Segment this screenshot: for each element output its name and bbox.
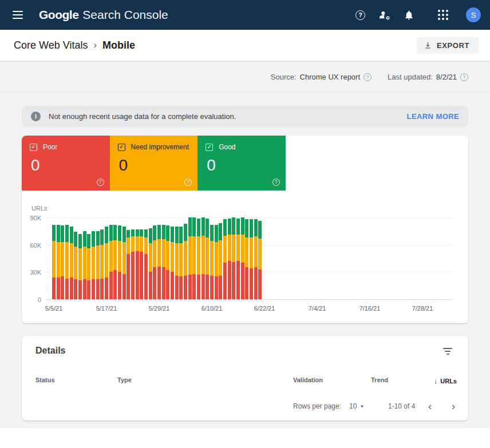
chart-plot[interactable]: 030K60K90K5/5/215/17/215/29/216/10/216/2… — [46, 218, 452, 300]
chart-bar[interactable] — [241, 217, 244, 299]
chart-bar[interactable] — [52, 225, 56, 299]
chart-bar[interactable] — [100, 229, 104, 299]
good-checkbox-icon[interactable]: ✓ — [206, 144, 213, 151]
chart-bar[interactable] — [219, 223, 222, 299]
column-header-type[interactable]: Type — [117, 376, 132, 383]
column-header-validation[interactable]: Validation — [293, 376, 323, 383]
export-button[interactable]: EXPORT — [417, 37, 479, 54]
app-logo[interactable]: Google Search Console — [39, 8, 168, 22]
chart-bar[interactable] — [232, 217, 235, 299]
chart-bar[interactable] — [149, 228, 152, 299]
poor-help-icon[interactable]: ? — [97, 179, 104, 186]
need-improvement-checkbox-icon[interactable]: ✓ — [118, 144, 125, 151]
rows-per-page-select[interactable]: 10 ▾ — [349, 402, 363, 410]
chart-bar[interactable] — [157, 225, 161, 299]
chart-bar[interactable] — [83, 231, 86, 299]
chart-bar[interactable] — [109, 225, 113, 299]
chart-bar[interactable] — [197, 219, 200, 299]
chart-bar[interactable] — [245, 219, 248, 299]
bar-segment-need-improvement — [149, 243, 152, 272]
chart-bar[interactable] — [175, 227, 179, 299]
chart-bar[interactable] — [144, 229, 148, 299]
chart-bar[interactable] — [179, 227, 183, 299]
chart-bar[interactable] — [223, 219, 227, 299]
chart-bar[interactable] — [57, 225, 60, 299]
chart-bar[interactable] — [215, 225, 218, 299]
rows-per-page-label: Rows per page: — [293, 402, 341, 410]
poor-checkbox-icon[interactable]: ✓ — [30, 144, 37, 151]
chart-bar[interactable] — [228, 219, 231, 299]
bar-segment-need-improvement — [236, 235, 240, 261]
y-axis-label: URLs — [31, 205, 48, 212]
next-page-button[interactable]: › — [452, 402, 455, 410]
column-header-urls[interactable]: ↓ URLs — [434, 376, 457, 385]
chart-bar[interactable] — [65, 225, 69, 299]
account-avatar[interactable]: S — [466, 7, 481, 22]
learn-more-link[interactable]: LEARN MORE — [407, 112, 459, 121]
bar-segment-poor — [92, 279, 95, 299]
bar-segment-need-improvement — [171, 242, 174, 272]
chart-bar[interactable] — [166, 225, 169, 299]
status-card-good[interactable]: ✓ Good 0 ? — [197, 136, 286, 191]
chart-bar[interactable] — [171, 227, 174, 299]
last-updated-help-icon[interactable]: ? — [460, 73, 468, 81]
previous-page-button[interactable]: ‹ — [428, 402, 432, 410]
chart-bar[interactable] — [105, 227, 108, 299]
chart-bar[interactable] — [74, 232, 77, 299]
column-header-trend[interactable]: Trend — [371, 376, 388, 383]
chart-bar[interactable] — [162, 225, 165, 299]
bar-segment-good — [171, 227, 174, 242]
bar-segment-good — [215, 225, 218, 242]
manage-users-icon[interactable] — [378, 9, 390, 21]
chart-bar[interactable] — [153, 225, 156, 299]
chart-bar[interactable] — [118, 225, 121, 299]
chart-bar[interactable] — [113, 225, 117, 299]
need-improvement-help-icon[interactable]: ? — [184, 179, 192, 186]
status-card-poor[interactable]: ✓ Poor 0 ? — [22, 136, 110, 191]
bar-segment-need-improvement — [157, 239, 161, 267]
bar-segment-good — [179, 227, 183, 243]
chart-bar[interactable] — [87, 234, 90, 299]
chart-bar[interactable] — [70, 227, 73, 299]
chart-bar[interactable] — [96, 231, 100, 299]
status-card-need-improvement[interactable]: ✓ Need improvement 0 ? — [110, 136, 198, 191]
bar-segment-need-improvement — [127, 237, 130, 254]
bar-segment-poor — [153, 267, 156, 299]
chart-bar[interactable] — [210, 225, 214, 299]
chart-bar[interactable] — [254, 219, 258, 299]
help-icon[interactable]: ? — [355, 10, 365, 20]
chart-bar[interactable] — [250, 219, 253, 299]
chart-bar[interactable] — [78, 234, 82, 299]
bar-segment-need-improvement — [92, 247, 95, 279]
chart-bar[interactable] — [184, 224, 187, 299]
chart-bar[interactable] — [206, 219, 209, 299]
apps-grid-icon[interactable] — [438, 10, 448, 20]
chart-bar[interactable] — [188, 217, 192, 299]
chart-bar[interactable] — [201, 217, 205, 299]
bar-segment-poor — [250, 268, 253, 299]
good-help-icon[interactable]: ? — [272, 179, 280, 186]
notifications-icon[interactable] — [404, 10, 414, 21]
chart-bar[interactable] — [140, 229, 143, 299]
bar-segment-poor — [184, 276, 187, 299]
chart-bar[interactable] — [236, 219, 240, 299]
bar-segment-poor — [157, 267, 161, 299]
filter-icon[interactable] — [443, 348, 452, 355]
bar-segment-good — [153, 225, 156, 240]
chart-bar[interactable] — [127, 230, 130, 299]
column-header-status[interactable]: Status — [35, 376, 55, 383]
chart-bar[interactable] — [61, 225, 64, 299]
chart-bar[interactable] — [122, 227, 126, 299]
chart-bar[interactable] — [131, 229, 135, 299]
bar-segment-good — [192, 217, 196, 236]
chart-bar[interactable] — [192, 217, 196, 299]
chart-bar[interactable] — [258, 221, 262, 299]
bar-segment-need-improvement — [105, 243, 108, 277]
source-help-icon[interactable]: ? — [363, 73, 372, 81]
chart-bar[interactable] — [136, 229, 139, 299]
chart-bar[interactable] — [92, 231, 95, 299]
last-updated-value: 8/2/21 — [436, 73, 457, 81]
bar-segment-poor — [171, 272, 174, 299]
breadcrumb-section[interactable]: Core Web Vitals — [14, 39, 88, 51]
menu-icon[interactable] — [13, 11, 23, 19]
